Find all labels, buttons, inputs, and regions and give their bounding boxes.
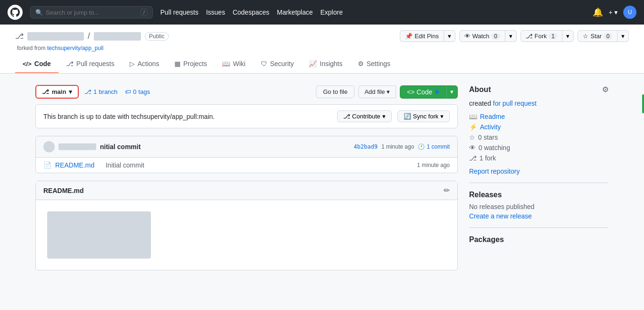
tab-pull-requests[interactable]: ⎇ Pull requests <box>58 55 122 73</box>
search-shortcut: / <box>140 8 148 16</box>
wiki-tab-icon: 📖 <box>222 60 230 67</box>
watch-button[interactable]: 👁 Watch 0 <box>459 30 505 42</box>
nav-marketplace[interactable]: Marketplace <box>277 8 313 16</box>
create-release-link[interactable]: Create a new release <box>469 212 532 220</box>
commit-avatar <box>43 141 55 152</box>
sync-chevron: ▾ <box>440 113 444 120</box>
about-description: created for pull request <box>469 100 609 107</box>
edit-pins-label: Edit Pins <box>414 33 438 40</box>
star-icon: ☆ <box>583 33 588 40</box>
fork-dropdown[interactable]: ▾ <box>562 30 574 42</box>
notification-button[interactable]: 🔔 <box>593 7 603 17</box>
watching-icon: 👁 <box>469 144 476 151</box>
fork-count: 1 <box>549 33 558 40</box>
go-to-file-button[interactable]: Go to file <box>316 85 355 98</box>
stat-readme: 📖 Readme <box>469 113 609 120</box>
repo-fork-icon: ⎇ <box>15 32 24 41</box>
nav-codespaces[interactable]: Codespaces <box>232 8 269 16</box>
code-dropdown-button[interactable]: ▾ <box>446 85 458 99</box>
tab-settings[interactable]: ⚙ Settings <box>350 55 398 73</box>
sync-notice: This branch is up to date with techsuper… <box>35 104 458 128</box>
commit-meta: 4b2bad9 1 minute ago 🕐 1 commit <box>354 143 450 150</box>
code-dot <box>435 90 439 94</box>
tab-projects[interactable]: ▦ Projects <box>167 55 215 73</box>
settings-tab-icon: ⚙ <box>358 60 364 67</box>
user-avatar[interactable]: U <box>623 6 636 19</box>
tags-count: 0 <box>133 88 136 95</box>
tab-wiki[interactable]: 📖 Wiki <box>215 55 253 73</box>
fork-label: Fork <box>535 33 547 40</box>
stat-stars: ☆ 0 stars <box>469 134 609 141</box>
about-section: About ⚙ created for pull request 📖 Readm… <box>469 85 609 175</box>
github-logo[interactable] <box>8 5 23 20</box>
nav-issues[interactable]: Issues <box>206 8 225 16</box>
readme-header: README.md ✏ <box>36 181 457 200</box>
activity-link[interactable]: Activity <box>480 123 501 131</box>
report-repository-link[interactable]: Report repository <box>469 168 609 175</box>
tab-actions[interactable]: ▷ Actions <box>122 55 167 73</box>
code-button[interactable]: <> Code <box>400 85 446 99</box>
star-button[interactable]: ☆ Star 0 <box>578 30 618 42</box>
search-input[interactable] <box>46 9 138 16</box>
main-right: About ⚙ created for pull request 📖 Readm… <box>469 85 609 270</box>
star-group: ☆ Star 0 ▾ <box>578 30 629 42</box>
contribute-icon: ⎇ <box>343 113 350 120</box>
nav-explore[interactable]: Explore <box>321 8 343 16</box>
about-title: About <box>469 85 491 94</box>
sync-fork-button[interactable]: 🔄 Sync fork ▾ <box>397 110 450 122</box>
eye-icon: 👁 <box>464 33 471 40</box>
tab-insights[interactable]: 📈 Insights <box>301 55 350 73</box>
activity-icon: ⚡ <box>469 123 477 131</box>
branch-icon: ⎇ <box>42 88 49 95</box>
commit-history-link[interactable]: 🕐 1 commit <box>418 143 450 150</box>
repo-title-row: ⎇ / Public 📌 Edit Pins ▾ 👁 Watch 0 ▾ <box>15 30 629 42</box>
star-count: 0 <box>603 33 612 40</box>
stat-forks: ⎇ 1 fork <box>469 154 609 162</box>
edit-pins-group: 📌 Edit Pins ▾ <box>400 30 455 42</box>
security-tab-icon: 🛡 <box>261 60 267 67</box>
tags-icon: 🏷 <box>125 88 131 95</box>
branches-link[interactable]: ⎇ 1 branch <box>84 88 117 95</box>
releases-title: Releases <box>469 191 609 199</box>
star-dropdown[interactable]: ▾ <box>618 30 629 42</box>
branches-count: 1 <box>93 88 97 95</box>
fork-source-link[interactable]: techsupervity/app_pull <box>47 45 103 51</box>
code-tab-icon: </> <box>23 60 32 67</box>
sync-message: This branch is up to date with techsuper… <box>43 113 215 120</box>
readme-edit-button[interactable]: ✏ <box>444 186 450 195</box>
branch-selector[interactable]: ⎇ main ▾ <box>35 85 79 99</box>
file-name-link[interactable]: README.md <box>55 161 94 169</box>
tags-link[interactable]: 🏷 0 tags <box>125 88 150 95</box>
edit-pins-button[interactable]: 📌 Edit Pins <box>400 30 444 42</box>
fork-button[interactable]: ⎇ Fork 1 <box>520 30 563 42</box>
commit-time: 1 minute ago <box>381 143 414 150</box>
about-settings-button[interactable]: ⚙ <box>602 85 609 94</box>
readme-box: README.md ✏ <box>35 181 458 270</box>
stat-activity: ⚡ Activity <box>469 123 609 131</box>
readme-link[interactable]: Readme <box>480 113 505 120</box>
tab-security[interactable]: 🛡 Security <box>253 55 302 73</box>
watch-label: Watch <box>472 33 489 40</box>
code-icon: <> <box>407 88 414 96</box>
packages-section: Packages <box>469 235 609 244</box>
contribute-button[interactable]: ⎇ Contribute ▾ <box>337 110 392 122</box>
watch-dropdown[interactable]: ▾ <box>505 30 517 42</box>
readme-placeholder-image <box>47 211 151 259</box>
sync-icon: 🔄 <box>404 113 411 120</box>
about-link[interactable]: for pull request <box>493 100 537 107</box>
nav-pull-requests[interactable]: Pull requests <box>160 8 198 16</box>
repo-header: ⎇ / Public 📌 Edit Pins ▾ 👁 Watch 0 ▾ <box>0 25 644 74</box>
commit-message: nitial commit <box>100 143 140 151</box>
tags-label: tags <box>139 88 150 95</box>
edit-pins-dropdown[interactable]: ▾ <box>444 30 455 42</box>
add-file-button[interactable]: Add file ▾ <box>358 85 396 98</box>
contribute-chevron: ▾ <box>382 113 386 120</box>
tab-code[interactable]: </> Code <box>15 55 58 73</box>
packages-title: Packages <box>469 235 609 244</box>
branches-label: branch <box>99 88 118 95</box>
fork-icon: ⎇ <box>526 33 533 40</box>
settings-icon: ⚙ <box>602 85 609 93</box>
search-box[interactable]: 🔍 / <box>30 6 153 18</box>
readme-content <box>36 200 457 270</box>
create-button[interactable]: + ▾ <box>609 8 618 16</box>
